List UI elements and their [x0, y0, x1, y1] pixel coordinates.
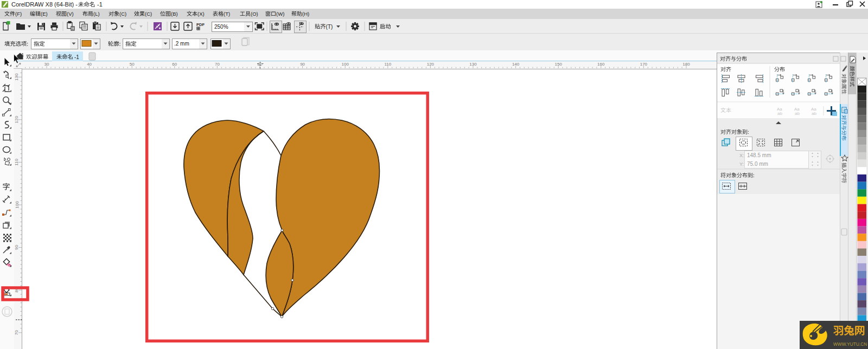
svg-text:170: 170 [640, 62, 648, 67]
svg-text:(X): (X) [197, 11, 205, 17]
svg-text:90: 90 [15, 245, 20, 250]
svg-text:(O): (O) [251, 11, 258, 17]
svg-text:CorelDRAW X8 (64-Bit) -: CorelDRAW X8 (64-Bit) - [11, 1, 78, 8]
svg-text:75.0 mm: 75.0 mm [747, 161, 768, 167]
svg-text:130: 130 [469, 62, 477, 67]
svg-text:ab: ab [795, 111, 800, 116]
svg-text:(E): (E) [41, 11, 48, 17]
svg-text:ab: ab [777, 111, 782, 116]
svg-text:180: 180 [682, 62, 690, 67]
svg-text:30: 30 [44, 62, 49, 67]
svg-text:PDF: PDF [196, 22, 205, 27]
svg-text:(F): (F) [15, 11, 22, 17]
svg-text:150: 150 [555, 62, 563, 67]
svg-text:60: 60 [172, 62, 177, 67]
svg-text:70: 70 [215, 62, 220, 67]
svg-text:.2 mm: .2 mm [174, 41, 189, 47]
svg-text:(L): (L) [93, 11, 100, 17]
svg-text:70: 70 [15, 330, 20, 335]
svg-text:120: 120 [427, 62, 435, 67]
svg-text:40: 40 [87, 62, 92, 67]
svg-text:-1: -1 [74, 54, 79, 60]
svg-text:X:: X: [739, 153, 744, 158]
svg-text:90: 90 [300, 62, 305, 67]
svg-text:(C): (C) [119, 11, 126, 17]
svg-text:(H): (H) [302, 11, 309, 17]
svg-text:50: 50 [130, 62, 135, 67]
svg-text:100: 100 [342, 62, 349, 67]
svg-text:250%: 250% [214, 24, 228, 30]
svg-text:140: 140 [512, 62, 520, 67]
svg-text:(B): (B) [171, 11, 178, 17]
svg-text:100: 100 [15, 201, 20, 209]
svg-text:WWW.YUTU.CN: WWW.YUTU.CN [833, 341, 867, 347]
svg-text:(T): (T) [326, 24, 333, 30]
svg-text:130: 130 [15, 73, 20, 81]
svg-text:(C): (C) [145, 11, 152, 17]
svg-text:(V): (V) [67, 11, 74, 17]
svg-text:Y:: Y: [739, 161, 744, 167]
svg-text:160: 160 [597, 62, 605, 67]
svg-text:-1: -1 [97, 1, 103, 8]
svg-text:120: 120 [15, 116, 20, 124]
svg-text:110: 110 [15, 158, 20, 165]
svg-text:ab: ab [812, 111, 816, 116]
svg-text:(T): (T) [224, 11, 230, 17]
svg-text:(W): (W) [276, 11, 284, 17]
svg-text:110: 110 [384, 62, 391, 67]
svg-text:148.5 mm: 148.5 mm [747, 152, 771, 158]
